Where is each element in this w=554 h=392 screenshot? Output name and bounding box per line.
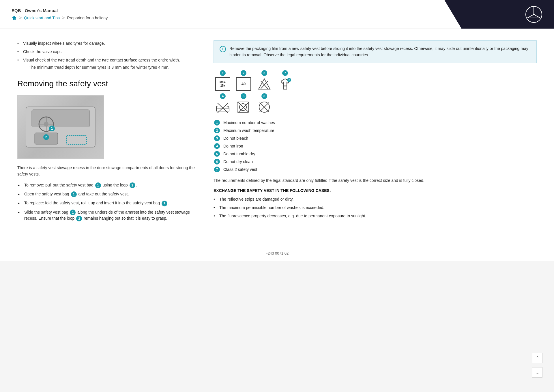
sym-badge-7: 7 [282, 70, 288, 76]
car-image-inner: 1 2 [18, 96, 104, 158]
sym-no-dryclean [257, 100, 272, 114]
legend-item-1: 1 Maximum number of washes [214, 120, 537, 126]
badge-3: 1 [71, 191, 77, 197]
svg-text:1: 1 [51, 126, 53, 130]
legend-list: 1 Maximum number of washes 2 Maximum was… [214, 120, 537, 173]
legend-badge-3: 3 [214, 135, 220, 141]
tyre-bullet-list: Visually inspect wheels and tyres for da… [17, 40, 196, 70]
arrow-item-1: To remove: pull out the safety vest bag … [17, 182, 196, 188]
sym-badge-1: 1 [220, 70, 226, 76]
breadcrumb-sep-2: > [62, 15, 65, 20]
requirements-text: The requirements defined by the legal st… [214, 177, 537, 184]
sym-cell-1: 1 Max.15x [214, 70, 232, 91]
sym-max-washes: Max.15x [215, 77, 230, 91]
sym-cell-4: 4 [214, 93, 232, 114]
legend-item-4: 4 Do not iron [214, 143, 537, 149]
exchange-bullet-2: The maximum permissible number of washes… [214, 205, 537, 211]
footer: F243 0071 02 [0, 245, 554, 261]
scroll-up-button[interactable]: ⌃ [532, 353, 542, 363]
car-diagram-image: 1 2 [17, 95, 104, 159]
sym-cell-7: 7 2 [276, 70, 294, 91]
sym-badge-3: 3 [261, 70, 267, 76]
sym-badge-6: 6 [261, 93, 267, 99]
svg-point-5 [44, 122, 48, 126]
header-logo-area [462, 0, 554, 29]
sym-cell-2: 2 40 [234, 70, 253, 91]
breadcrumb-link-1[interactable]: Quick start and Tips [24, 16, 60, 20]
bullet-1: Visually inspect wheels and tyres for da… [17, 40, 196, 46]
exchange-bullet-1: The reflective strips are damaged or dir… [214, 196, 537, 202]
sym-wash-temp: 40 [236, 77, 251, 91]
arrow-item-4: Slide the safety vest bag 1 along the un… [17, 209, 196, 222]
section-heading-safety-vest: Removing the safety vest [17, 79, 196, 88]
care-symbols-grid: 1 Max.15x 2 40 3 7 [214, 70, 537, 114]
sym-badge-5: 5 [241, 93, 246, 99]
legend-item-5: 5 Do not tumble dry [214, 151, 537, 157]
main-content: Visually inspect wheels and tyres for da… [0, 29, 554, 245]
sym-no-iron [215, 100, 230, 114]
legend-badge-7: 7 [214, 167, 220, 172]
badge-2: 2 [130, 182, 135, 188]
info-box: i Remove the packaging film from a new s… [214, 40, 537, 63]
legend-badge-6: 6 [214, 159, 220, 165]
footer-code: F243 0071 02 [265, 251, 289, 255]
header: EQB - Owner's Manual > Quick start and T… [0, 0, 554, 29]
svg-marker-16 [259, 79, 270, 89]
badge-6: 2 [76, 216, 82, 221]
legend-item-2: 2 Maximum wash temperature [214, 128, 537, 134]
sym-vest: 2 [278, 77, 293, 91]
car-svg: 1 2 [23, 101, 98, 153]
bullet-3: Visual check of the tyre tread depth and… [17, 57, 196, 70]
mercedes-logo [525, 6, 542, 23]
left-column: Visually inspect wheels and tyres for da… [17, 40, 196, 228]
svg-point-1 [533, 14, 535, 15]
arrow-item-2: Open the safety vest bag 1 and take out … [17, 191, 196, 197]
right-column: i Remove the packaging film from a new s… [214, 40, 537, 228]
breadcrumb-current: Preparing for a holiday [67, 16, 108, 20]
sym-no-tumble [236, 100, 251, 114]
exchange-bullet-list: The reflective strips are damaged or dir… [214, 196, 537, 219]
svg-text:2: 2 [45, 135, 47, 139]
info-box-text: Remove the packaging film from a new saf… [229, 45, 531, 58]
sym-no-bleach [257, 77, 272, 91]
sym-badge-2: 2 [241, 70, 246, 76]
legend-item-3: 3 Do not bleach [214, 135, 537, 141]
sym-badge-4: 4 [220, 93, 226, 99]
sym-cell-3: 3 [255, 70, 274, 91]
sym-cell-5: 5 [234, 93, 253, 114]
arrow-instruction-list: To remove: pull out the safety vest bag … [17, 182, 196, 221]
arrow-item-3: To replace: fold the safety vest, roll i… [17, 200, 196, 206]
sub-text: The minimum tread depth for summer tyres… [23, 64, 196, 70]
legend-badge-5: 5 [214, 151, 220, 157]
exchange-heading: EXCHANGE THE SAFETY VEST IN THE FOLLOWIN… [214, 188, 537, 193]
body-text-stowage: There is a safety vest stowage recess in… [17, 165, 196, 178]
scroll-down-button[interactable]: ⌄ [532, 367, 542, 378]
breadcrumb-sep-1: > [19, 15, 22, 20]
breadcrumb: > Quick start and Tips > Preparing for a… [12, 15, 450, 20]
header-triangle [444, 0, 462, 29]
legend-item-7: 7 Class 2 safety vest [214, 167, 537, 173]
badge-4: 1 [162, 201, 167, 206]
exchange-bullet-3: The fluorescence property decreases, e.g… [214, 213, 537, 219]
badge-5: 1 [70, 210, 76, 215]
home-icon[interactable] [12, 15, 17, 20]
legend-badge-1: 1 [214, 120, 220, 126]
bullet-2: Check the valve caps. [17, 49, 196, 55]
badge-1: 1 [95, 182, 101, 188]
legend-badge-4: 4 [214, 143, 220, 149]
legend-item-6: 6 Do not dry clean [214, 159, 537, 165]
info-icon: i [220, 46, 226, 52]
header-left: EQB - Owner's Manual > Quick start and T… [0, 0, 462, 29]
manual-title: EQB - Owner's Manual [12, 8, 450, 13]
legend-badge-2: 2 [214, 128, 220, 133]
svg-text:2: 2 [288, 79, 290, 82]
sym-cell-empty [276, 93, 294, 114]
sym-cell-6: 6 [255, 93, 274, 114]
